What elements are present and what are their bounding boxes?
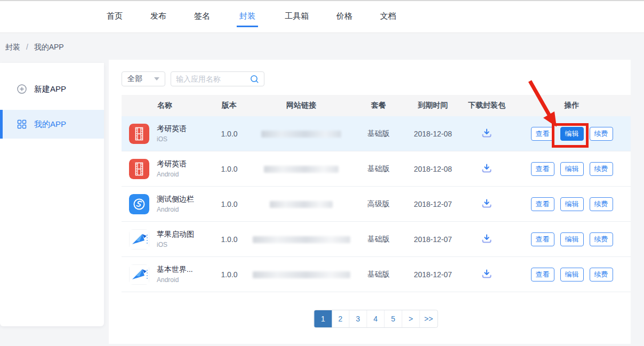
main-panel: 全部 名称 版本 网站链接 套餐 到期时间 下载封装包 操作	[109, 60, 631, 344]
app-name-block: 考研英语 iOS	[157, 124, 187, 143]
col-header-website: 网站链接	[251, 101, 352, 110]
app-name-cell: 考研英语 iOS	[122, 124, 208, 144]
plus-circle-icon	[17, 84, 27, 94]
website-link-blurred	[261, 131, 341, 138]
view-button[interactable]: 查看	[531, 268, 554, 281]
app-platform: Android	[157, 276, 193, 284]
row-actions: 查看 编辑 续费	[513, 232, 631, 246]
edit-button[interactable]: 编辑	[560, 162, 584, 176]
download-package-icon[interactable]	[481, 163, 493, 175]
nav-item-price[interactable]: 价格	[335, 7, 353, 27]
col-header-actions: 操作	[513, 101, 631, 110]
edit-button[interactable]: 编辑	[560, 232, 584, 246]
row-actions: 查看 编辑 续费	[513, 268, 631, 281]
breadcrumb: 封装 / 我的APP	[5, 43, 64, 52]
s-browser-app-icon	[129, 194, 149, 214]
chevron-down-icon	[154, 77, 159, 81]
app-title: 基本世界...	[157, 265, 193, 275]
nav-item-toolbox[interactable]: 工具箱	[284, 7, 310, 27]
nav-item-docs[interactable]: 文档	[379, 7, 397, 27]
app-expire-date: 2018-12-08	[405, 130, 461, 138]
download-package-icon[interactable]	[481, 234, 493, 245]
sidebar-item-label: 新建APP	[34, 84, 66, 94]
sidebar: 新建APP 我的APP	[0, 63, 104, 326]
app-plan: 高级版	[352, 199, 405, 209]
edit-button[interactable]: 编辑	[560, 197, 584, 211]
paper-bird-app-icon	[129, 229, 149, 250]
app-plan: 基础版	[352, 270, 405, 279]
view-button[interactable]: 查看	[531, 127, 554, 141]
edit-button[interactable]: 编辑	[560, 268, 584, 281]
breadcrumb-my-app: 我的APP	[34, 43, 64, 51]
row-actions: 查看 编辑 续费	[513, 127, 631, 141]
nav-item-home[interactable]: 首页	[106, 7, 124, 27]
breadcrumb-separator: /	[26, 43, 28, 51]
app-name-cell: 测试侧边栏 Android	[122, 194, 208, 214]
row-actions: 查看 编辑 续费	[513, 162, 631, 176]
app-platform: iOS	[157, 241, 194, 248]
app-plan: 基础版	[352, 129, 405, 139]
page-button-2[interactable]: 2	[332, 310, 350, 327]
col-header-plan: 套餐	[352, 101, 405, 110]
download-package-icon[interactable]	[481, 198, 493, 210]
table-header-row: 名称 版本 网站链接 套餐 到期时间 下载封装包 操作	[122, 95, 631, 116]
table-row: 测试侧边栏 Android 1.0.0 高级版 2018-12-07 查看	[122, 187, 631, 222]
website-link-blurred	[253, 236, 350, 243]
col-header-download: 下载封装包	[461, 101, 513, 110]
col-header-name: 名称	[122, 101, 208, 110]
search-icon[interactable]	[250, 75, 259, 84]
app-title: 苹果启动图	[157, 230, 194, 239]
view-button[interactable]: 查看	[531, 197, 554, 211]
renew-button[interactable]: 续费	[590, 162, 613, 176]
app-title: 测试侧边栏	[157, 195, 194, 204]
website-link-blurred	[253, 271, 350, 278]
row-actions: 查看 编辑 续费	[513, 197, 631, 211]
page-button-1[interactable]: 1	[315, 310, 332, 327]
download-package-icon[interactable]	[481, 269, 493, 280]
app-expire-date: 2018-12-07	[405, 270, 461, 279]
app-name-cell: 基本世界... Android	[122, 264, 208, 285]
app-title: 考研英语	[157, 159, 187, 169]
sidebar-item-label: 我的APP	[34, 119, 66, 130]
page-button-4[interactable]: 4	[367, 310, 385, 327]
app-name-cell: 苹果启动图 iOS	[122, 229, 208, 250]
renew-button[interactable]: 续费	[590, 268, 613, 281]
nav-item-sign[interactable]: 签名	[193, 7, 211, 27]
website-link-blurred	[264, 166, 339, 173]
page-button-5[interactable]: 5	[385, 310, 402, 327]
app-version: 1.0.0	[208, 200, 251, 208]
sidebar-item-new-app[interactable]: 新建APP	[0, 74, 104, 104]
last-page-button[interactable]: >>	[420, 310, 438, 327]
edit-button[interactable]: 编辑	[560, 127, 584, 141]
toolbar: 全部	[122, 71, 264, 86]
renew-button[interactable]: 续费	[590, 232, 613, 246]
breadcrumb-package[interactable]: 封装	[5, 43, 20, 51]
app-name-cell: 考研英语 Android	[122, 159, 208, 179]
col-header-version: 版本	[208, 101, 251, 110]
page-button-3[interactable]: 3	[350, 310, 367, 327]
filter-dropdown[interactable]: 全部	[122, 71, 165, 86]
table-row: 苹果启动图 iOS 1.0.0 基础版 2018-12-07 查看	[122, 222, 631, 257]
pagination: 1 2 3 4 5 > >>	[314, 310, 438, 328]
table-row: 考研英语 iOS 1.0.0 基础版 2018-12-08 查看	[122, 116, 631, 151]
film-reel-app-icon	[129, 159, 149, 179]
renew-button[interactable]: 续费	[590, 127, 613, 141]
app-expire-date: 2018-12-07	[405, 200, 461, 208]
search-input[interactable]	[176, 75, 244, 83]
view-button[interactable]: 查看	[531, 232, 554, 246]
view-button[interactable]: 查看	[531, 162, 554, 176]
next-page-button[interactable]: >	[402, 310, 420, 327]
nav-item-publish[interactable]: 发布	[149, 7, 167, 27]
renew-button[interactable]: 续费	[590, 197, 613, 211]
app-plan: 基础版	[352, 164, 405, 174]
website-link-blurred	[270, 201, 333, 208]
top-nav: 首页 发布 签名 封装 工具箱 价格 文档	[0, 0, 644, 33]
download-package-icon[interactable]	[481, 128, 493, 140]
sidebar-item-my-app[interactable]: 我的APP	[0, 110, 104, 139]
app-version: 1.0.0	[208, 235, 251, 244]
app-version: 1.0.0	[208, 130, 251, 138]
nav-item-package-active[interactable]: 封装	[237, 7, 258, 27]
search-box	[171, 71, 264, 86]
paper-bird-app-icon	[129, 264, 149, 285]
col-header-expire: 到期时间	[405, 101, 461, 110]
